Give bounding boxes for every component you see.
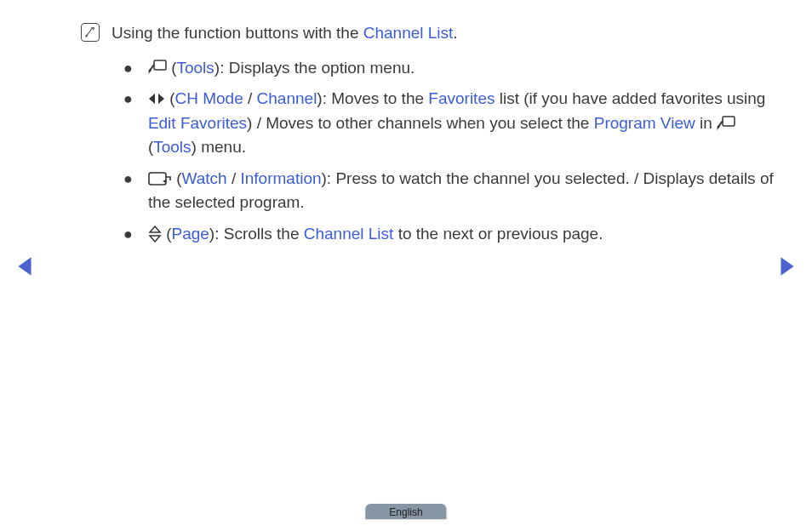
text-run: ( [162,225,172,243]
svg-rect-6 [149,173,166,185]
text-run: list (if you have added favorites using [495,89,765,107]
bullet-marker: ● [123,87,133,111]
list-item: ● (CH Mode / Channel): Moves to the Favo… [123,87,786,160]
term-link: Program View [594,114,695,132]
term-link: Watch [181,169,226,187]
text-run: ( [165,89,175,107]
next-page-button[interactable] [778,255,797,277]
bullet-body: (CH Mode / Channel): Moves to the Favori… [148,87,786,160]
list-item: ● (Watch / Information): Press to watch … [123,167,786,215]
svg-rect-0 [154,60,166,70]
language-tab[interactable]: English [365,504,446,519]
text-run: ( [172,169,182,187]
svg-marker-10 [18,257,31,276]
bullet-marker: ● [123,167,133,191]
svg-marker-3 [158,94,164,104]
term-link: Information [240,169,321,187]
svg-marker-2 [149,94,155,104]
svg-marker-7 [163,180,166,183]
tools-icon [148,60,167,75]
bullet-body: (Tools): Displays the option menu. [148,56,786,81]
bullet-body: (Page): Scrolls the Channel List to the … [148,222,786,247]
text-run: in [695,114,717,132]
term-link: Channel [257,89,317,107]
term-link: Page [171,225,209,243]
term-link: CH Mode [174,89,243,107]
text-run: / [227,169,241,187]
text-run: ) menu. [192,138,246,156]
intro-row: Using the function buttons with the Chan… [81,21,786,46]
list-item: ● (Page): Scrolls the Channel List to th… [123,222,786,247]
svg-rect-4 [723,117,735,126]
tools-icon [717,116,735,131]
prev-page-button[interactable] [15,255,34,277]
term-link: Channel List [304,225,394,243]
svg-marker-8 [150,226,160,232]
language-label: English [389,506,422,518]
enter-icon [148,171,172,186]
intro-link: Channel List [363,24,454,42]
term-link: Edit Favorites [148,114,247,132]
note-icon [81,23,100,42]
text-run: / [243,89,257,107]
intro-pre: Using the function buttons with the [112,24,363,42]
list-item: ● (Tools): Displays the option menu. [123,56,786,81]
text-run: ) / Moves to other channels when you sel… [247,114,594,132]
term-link: Tools [153,138,191,156]
leftright-icon [148,92,165,106]
term-link: Favorites [428,89,495,107]
intro-post: . [453,24,457,42]
text-run: ): Scrolls the [209,225,304,243]
updown-icon [148,226,162,243]
bullet-body: (Watch / Information): Press to watch th… [148,167,786,215]
bullet-marker: ● [123,56,133,81]
text-run: ): Moves to the [317,89,428,107]
bullet-marker: ● [123,222,133,247]
svg-marker-11 [781,257,793,276]
text-run: to the next or previous page. [393,225,603,243]
term-link: Tools [176,59,214,77]
intro-text: Using the function buttons with the Chan… [112,21,458,46]
bullet-list: ● (Tools): Displays the option menu.● (C… [81,56,786,247]
text-run: ( [167,59,177,77]
text-run: ): Displays the option menu. [214,59,415,77]
svg-marker-9 [150,236,160,242]
manual-page: Using the function buttons with the Chan… [0,0,812,531]
